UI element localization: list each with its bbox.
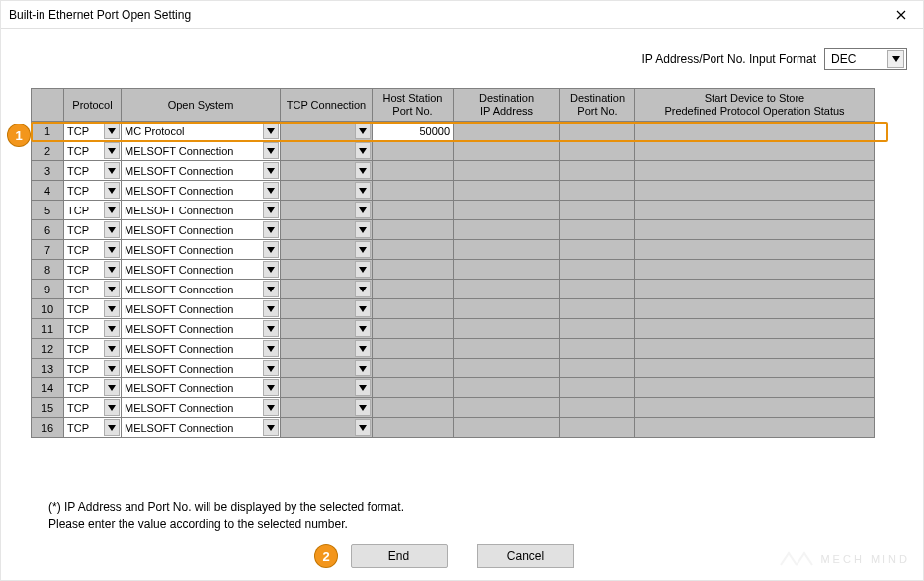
host-port-cell[interactable] [373, 319, 454, 339]
destination-port-cell[interactable] [560, 319, 635, 339]
open-system-select[interactable]: MELSOFT Connection [122, 220, 280, 239]
start-device-cell[interactable] [635, 260, 875, 280]
start-device-cell[interactable] [635, 319, 875, 339]
destination-ip-cell[interactable] [454, 122, 560, 141]
start-device-cell[interactable] [635, 141, 875, 161]
tcp-connection-select[interactable] [281, 201, 372, 219]
end-button[interactable]: End [351, 544, 448, 568]
cancel-button[interactable]: Cancel [477, 544, 574, 568]
protocol-select[interactable]: TCP [64, 319, 121, 338]
start-device-cell[interactable] [635, 398, 875, 418]
host-port-cell[interactable] [373, 398, 454, 418]
start-device-cell[interactable] [635, 378, 875, 398]
open-system-select[interactable]: MELSOFT Connection [122, 280, 280, 298]
open-system-select[interactable]: MELSOFT Connection [122, 359, 280, 377]
protocol-select[interactable]: TCP [64, 299, 121, 318]
host-port-cell[interactable]: 50000 [373, 122, 454, 141]
protocol-select[interactable]: TCP [64, 378, 121, 397]
tcp-connection-select[interactable] [281, 299, 372, 318]
protocol-select[interactable]: TCP [64, 161, 121, 180]
protocol-select[interactable]: TCP [64, 122, 121, 140]
host-port-cell[interactable] [373, 359, 454, 378]
open-system-select[interactable]: MELSOFT Connection [122, 418, 280, 437]
tcp-connection-select[interactable] [281, 181, 372, 200]
tcp-connection-select[interactable] [281, 280, 372, 298]
host-port-cell[interactable] [373, 240, 454, 260]
host-port-cell[interactable] [373, 339, 454, 359]
open-system-select[interactable]: MELSOFT Connection [122, 201, 280, 219]
tcp-connection-select[interactable] [281, 240, 372, 259]
tcp-connection-select[interactable] [281, 398, 372, 417]
start-device-cell[interactable] [635, 359, 875, 378]
tcp-connection-select[interactable] [281, 339, 372, 358]
tcp-connection-select[interactable] [281, 220, 372, 239]
open-system-select[interactable]: MELSOFT Connection [122, 398, 280, 417]
destination-port-cell[interactable] [560, 398, 635, 418]
tcp-connection-select[interactable] [281, 378, 372, 397]
destination-ip-cell[interactable] [454, 418, 560, 438]
open-system-select[interactable]: MELSOFT Connection [122, 299, 280, 318]
open-system-select[interactable]: MELSOFT Connection [122, 339, 280, 358]
destination-port-cell[interactable] [560, 201, 635, 220]
destination-ip-cell[interactable] [454, 319, 560, 339]
protocol-select[interactable]: TCP [64, 339, 121, 358]
open-system-select[interactable]: MELSOFT Connection [122, 161, 280, 180]
destination-ip-cell[interactable] [454, 378, 560, 398]
open-system-select[interactable]: MELSOFT Connection [122, 141, 280, 160]
host-port-cell[interactable] [373, 260, 454, 280]
tcp-connection-select[interactable] [281, 141, 372, 160]
host-port-cell[interactable] [373, 161, 454, 181]
destination-ip-cell[interactable] [454, 339, 560, 359]
tcp-connection-select[interactable] [281, 161, 372, 180]
destination-port-cell[interactable] [560, 240, 635, 260]
destination-ip-cell[interactable] [454, 220, 560, 240]
start-device-cell[interactable] [635, 122, 875, 141]
destination-port-cell[interactable] [560, 378, 635, 398]
destination-port-cell[interactable] [560, 260, 635, 280]
host-port-cell[interactable] [373, 141, 454, 161]
open-system-select[interactable]: MELSOFT Connection [122, 240, 280, 259]
protocol-select[interactable]: TCP [64, 398, 121, 417]
destination-ip-cell[interactable] [454, 240, 560, 260]
protocol-select[interactable]: TCP [64, 418, 121, 437]
close-button[interactable] [882, 2, 921, 28]
destination-ip-cell[interactable] [454, 299, 560, 319]
tcp-connection-select[interactable] [281, 319, 372, 338]
start-device-cell[interactable] [635, 299, 875, 319]
host-port-cell[interactable] [373, 418, 454, 438]
destination-ip-cell[interactable] [454, 161, 560, 181]
destination-ip-cell[interactable] [454, 359, 560, 378]
open-system-select[interactable]: MELSOFT Connection [122, 319, 280, 338]
protocol-select[interactable]: TCP [64, 220, 121, 239]
protocol-select[interactable]: TCP [64, 141, 121, 160]
destination-port-cell[interactable] [560, 418, 635, 438]
start-device-cell[interactable] [635, 201, 875, 220]
start-device-cell[interactable] [635, 240, 875, 260]
destination-port-cell[interactable] [560, 181, 635, 201]
tcp-connection-select[interactable] [281, 260, 372, 279]
protocol-select[interactable]: TCP [64, 359, 121, 377]
host-port-cell[interactable] [373, 299, 454, 319]
protocol-select[interactable]: TCP [64, 201, 121, 219]
host-port-cell[interactable] [373, 280, 454, 299]
host-port-cell[interactable] [373, 201, 454, 220]
start-device-cell[interactable] [635, 181, 875, 201]
destination-port-cell[interactable] [560, 299, 635, 319]
host-port-cell[interactable] [373, 220, 454, 240]
protocol-select[interactable]: TCP [64, 181, 121, 200]
protocol-select[interactable]: TCP [64, 280, 121, 298]
start-device-cell[interactable] [635, 339, 875, 359]
destination-port-cell[interactable] [560, 122, 635, 141]
destination-ip-cell[interactable] [454, 260, 560, 280]
start-device-cell[interactable] [635, 418, 875, 438]
open-system-select[interactable]: MC Protocol [122, 122, 280, 140]
destination-ip-cell[interactable] [454, 141, 560, 161]
destination-ip-cell[interactable] [454, 181, 560, 201]
destination-ip-cell[interactable] [454, 280, 560, 299]
destination-port-cell[interactable] [560, 359, 635, 378]
host-port-cell[interactable] [373, 181, 454, 201]
tcp-connection-select[interactable] [281, 418, 372, 437]
start-device-cell[interactable] [635, 220, 875, 240]
open-system-select[interactable]: MELSOFT Connection [122, 378, 280, 397]
destination-port-cell[interactable] [560, 339, 635, 359]
